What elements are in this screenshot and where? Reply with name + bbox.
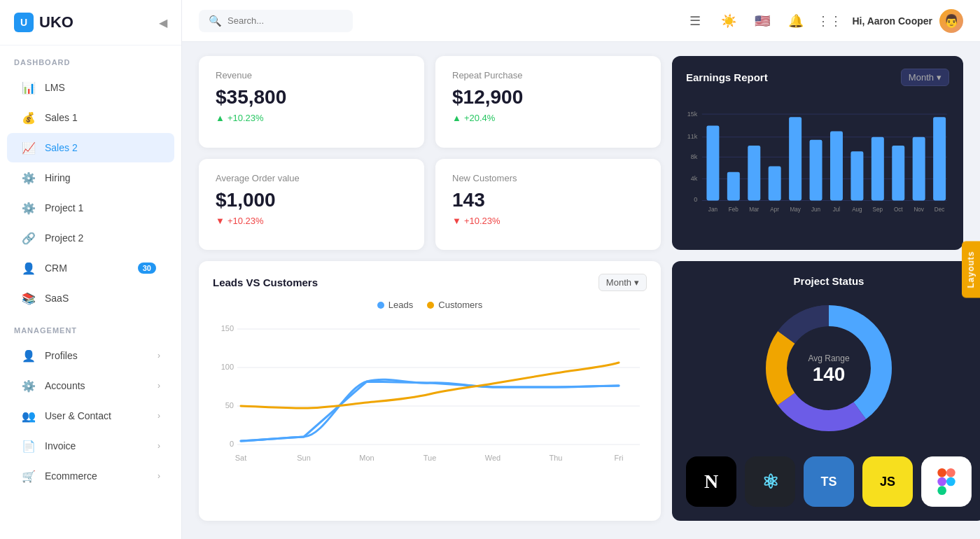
svg-text:4k: 4k [691, 175, 698, 182]
sidebar-item-lms[interactable]: 📊 LMS [7, 73, 174, 102]
sidebar-item-accounts[interactable]: ⚙️ Accounts › [7, 371, 174, 400]
earnings-bar-chart: 15k 11k 8k 4k 0 [686, 94, 949, 234]
svg-text:150: 150 [221, 324, 234, 332]
sidebar-item-saas[interactable]: 📚 SaaS [7, 284, 174, 313]
svg-rect-14 [789, 117, 802, 200]
sidebar-item-label: SaaS [45, 293, 160, 304]
sidebar-item-sales2[interactable]: 📈 Sales 2 [7, 133, 174, 162]
earnings-chart-filter[interactable]: Month ▾ [901, 69, 949, 86]
svg-text:Nov: Nov [913, 206, 924, 213]
svg-text:Thu: Thu [550, 454, 563, 462]
svg-rect-56 [937, 468, 946, 477]
sales2-icon: 📈 [21, 140, 36, 155]
leads-chart-title: Leads VS Customers [213, 276, 318, 288]
apps-icon[interactable]: ⋮⋮ [818, 10, 841, 32]
chevron-right-icon: › [158, 471, 160, 481]
svg-text:Mon: Mon [359, 454, 374, 462]
metric-value: 143 [452, 189, 644, 211]
metric-change: ▲ +20.4% [452, 113, 644, 123]
leads-chart-filter[interactable]: Month ▾ [598, 274, 647, 291]
svg-point-60 [946, 477, 955, 486]
sidebar-item-hiring[interactable]: ⚙️ Hiring [7, 163, 174, 192]
donut-chart: Avg Range 140 [759, 298, 899, 438]
hiring-icon: ⚙️ [21, 170, 36, 186]
svg-text:Mar: Mar [749, 206, 759, 213]
leads-chart-card: Leads VS Customers Month ▾ Leads Custome… [199, 261, 661, 521]
metric-label: New Customers [452, 173, 644, 183]
sidebar-item-label: User & Contact [45, 410, 158, 421]
figma-icon[interactable] [921, 456, 972, 507]
svg-text:Avg Range: Avg Range [808, 354, 849, 363]
metric-value: $12,900 [452, 86, 644, 108]
svg-rect-57 [946, 468, 955, 477]
sidebar-item-project2[interactable]: 🔗 Project 2 [7, 223, 174, 253]
leads-chart-header: Leads VS Customers Month ▾ [213, 274, 647, 291]
logo-icon: U [14, 13, 34, 32]
user-name: Hi, Aaron Cooper [852, 15, 932, 27]
metric-label: Average Order value [216, 173, 407, 183]
flag-icon[interactable]: 🇺🇸 [751, 10, 774, 32]
layouts-fab[interactable]: Layouts [962, 241, 980, 298]
sidebar-logo: U UKO ◀ [0, 0, 181, 46]
project-status-title: Project Status [686, 275, 972, 287]
accounts-icon: ⚙️ [21, 378, 36, 393]
svg-rect-18 [872, 137, 884, 201]
sidebar-item-label: Project 2 [45, 232, 160, 244]
menu-icon[interactable]: ☰ [684, 10, 706, 32]
sidebar-item-ecommerce[interactable]: 🛒 Ecommerce › [7, 461, 174, 491]
chevron-right-icon: › [158, 381, 160, 391]
figma-logo-svg [936, 468, 957, 495]
crm-icon: 👤 [21, 260, 36, 276]
customers-dot [427, 302, 434, 309]
svg-rect-13 [769, 166, 781, 200]
metric-value: $35,800 [216, 86, 407, 108]
chevron-right-icon: › [158, 441, 160, 451]
user-info[interactable]: Hi, Aaron Cooper 👨 [852, 9, 963, 33]
sidebar-item-project1[interactable]: ⚙️ Project 1 [7, 193, 174, 223]
chevron-right-icon: › [158, 411, 160, 421]
metric-change: ▼ +10.23% [216, 216, 407, 226]
sidebar-item-label: Hiring [45, 172, 160, 183]
sidebar-item-crm[interactable]: 👤 CRM 30 [7, 253, 174, 283]
chart-legend: Leads Customers [213, 300, 647, 310]
svg-text:Dec: Dec [934, 206, 945, 213]
tech-icons-row: N ⚛ TS JS [686, 456, 972, 507]
metric-repeat-purchase: Repeat Purchase $12,900 ▲ +20.4% [435, 56, 661, 148]
legend-leads: Leads [377, 300, 413, 310]
sidebar-item-sales1[interactable]: 💰 Sales 1 [7, 103, 174, 132]
metric-change: ▼ +10.23% [452, 216, 644, 226]
search-bar[interactable]: 🔍 [199, 10, 353, 32]
earnings-chart-header: Earnings Report Month ▾ [686, 69, 949, 86]
notification-icon[interactable]: 🔔 [785, 10, 807, 32]
saas-icon: 📚 [21, 290, 36, 306]
svg-text:8k: 8k [691, 153, 698, 160]
project-status-card: Project Status [672, 261, 980, 521]
svg-text:Feb: Feb [729, 206, 739, 213]
ecommerce-icon: 🛒 [21, 468, 36, 484]
sidebar-item-label: Accounts [45, 380, 158, 391]
metric-label: Repeat Purchase [452, 70, 644, 80]
earnings-chart-card: Earnings Report Month ▾ 15k 11k 8k 4k 0 [672, 56, 963, 250]
earnings-chart-title: Earnings Report [686, 71, 768, 83]
search-input[interactable] [227, 15, 332, 26]
sidebar-item-user-contact[interactable]: 👥 User & Contact › [7, 401, 174, 430]
svg-text:Aug: Aug [852, 206, 862, 213]
javascript-icon[interactable]: JS [862, 456, 913, 507]
svg-rect-15 [810, 140, 822, 201]
search-icon: 🔍 [209, 15, 222, 27]
sidebar-item-invoice[interactable]: 📄 Invoice › [7, 431, 174, 461]
svg-rect-17 [850, 151, 863, 200]
next-icon[interactable]: N [686, 456, 736, 507]
svg-text:11k: 11k [687, 133, 698, 140]
typescript-icon[interactable]: TS [804, 456, 854, 507]
metrics-grid: Revenue $35,800 ▲ +10.23% Repeat Purchas… [199, 56, 661, 250]
svg-rect-20 [913, 137, 925, 201]
react-icon[interactable]: ⚛ [745, 456, 795, 507]
metric-new-customers: New Customers 143 ▼ +10.23% [435, 159, 661, 251]
theme-toggle-icon[interactable]: ☀️ [718, 10, 740, 32]
svg-text:140: 140 [813, 363, 846, 385]
sidebar-collapse-button[interactable]: ◀ [159, 16, 167, 29]
svg-text:50: 50 [225, 401, 234, 410]
sidebar-item-profiles[interactable]: 👤 Profiles › [7, 341, 174, 370]
invoice-icon: 📄 [21, 438, 36, 454]
